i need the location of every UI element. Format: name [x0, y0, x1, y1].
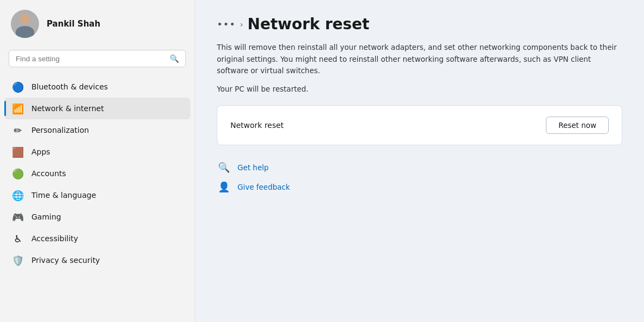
sidebar-item-label: Network & internet — [31, 104, 104, 113]
sidebar-item-gaming[interactable]: 🎮 Gaming — [4, 206, 190, 228]
sidebar-item-label: Accounts — [31, 169, 66, 178]
personalization-icon: ✏️ — [12, 124, 24, 136]
reset-card: Network reset Reset now — [217, 105, 622, 145]
gaming-icon: 🎮 — [12, 211, 24, 223]
sidebar-item-privacy[interactable]: 🛡️ Privacy & security — [4, 249, 190, 271]
give-feedback-item[interactable]: 👤 Give feedback — [217, 180, 622, 194]
help-links: 🔍 Get help 👤 Give feedback — [217, 160, 622, 194]
breadcrumb: ••• › Network reset — [217, 15, 622, 33]
sidebar-item-accessibility[interactable]: ♿ Accessibility — [4, 228, 190, 249]
description-text: This will remove then reinstall all your… — [217, 42, 622, 77]
bluetooth-icon: 🔵 — [12, 81, 24, 93]
accessibility-icon: ♿ — [12, 233, 24, 244]
restart-note: Your PC will be restarted. — [217, 85, 622, 93]
network-icon: 📶 — [12, 102, 24, 114]
sidebar-item-label: Privacy & security — [31, 256, 100, 265]
sidebar-item-bluetooth[interactable]: 🔵 Bluetooth & devices — [4, 76, 190, 98]
reset-now-button[interactable]: Reset now — [546, 117, 609, 134]
page-title: Network reset — [247, 15, 369, 33]
sidebar: Pankil Shah 🔍 🔵 Bluetooth & devices 📶 Ne… — [0, 0, 195, 322]
sidebar-item-time[interactable]: 🌐 Time & language — [4, 184, 190, 206]
sidebar-item-label: Time & language — [31, 191, 96, 199]
search-icon: 🔍 — [170, 54, 179, 63]
accounts-icon: 🟢 — [12, 168, 24, 179]
get-help-icon: 🔍 — [217, 160, 231, 175]
give-feedback-icon: 👤 — [217, 180, 231, 194]
breadcrumb-arrow: › — [240, 20, 243, 29]
user-name: Pankil Shah — [47, 19, 100, 29]
sidebar-item-label: Apps — [31, 147, 50, 156]
main-content: ••• › Network reset This will remove the… — [195, 0, 644, 322]
sidebar-item-network[interactable]: 📶 Network & internet — [4, 98, 190, 119]
avatar — [11, 10, 39, 38]
time-icon: 🌐 — [12, 189, 24, 201]
sidebar-item-label: Personalization — [31, 126, 89, 134]
sidebar-item-label: Accessibility — [31, 234, 78, 243]
sidebar-item-label: Gaming — [31, 212, 61, 221]
search-input[interactable] — [16, 55, 165, 63]
reset-card-label: Network reset — [230, 121, 284, 130]
sidebar-item-accounts[interactable]: 🟢 Accounts — [4, 163, 190, 184]
nav-list: 🔵 Bluetooth & devices 📶 Network & intern… — [0, 74, 195, 273]
give-feedback-link[interactable]: Give feedback — [237, 183, 290, 191]
sidebar-item-label: Bluetooth & devices — [31, 82, 108, 91]
get-help-link[interactable]: Get help — [237, 163, 269, 172]
search-box[interactable]: 🔍 — [9, 50, 186, 67]
privacy-icon: 🛡️ — [12, 254, 24, 266]
sidebar-item-apps[interactable]: 🟫 Apps — [4, 141, 190, 163]
breadcrumb-dots: ••• — [217, 18, 236, 30]
get-help-item[interactable]: 🔍 Get help — [217, 160, 622, 175]
user-profile[interactable]: Pankil Shah — [0, 0, 195, 48]
apps-icon: 🟫 — [12, 146, 24, 158]
sidebar-item-personalization[interactable]: ✏️ Personalization — [4, 119, 190, 141]
